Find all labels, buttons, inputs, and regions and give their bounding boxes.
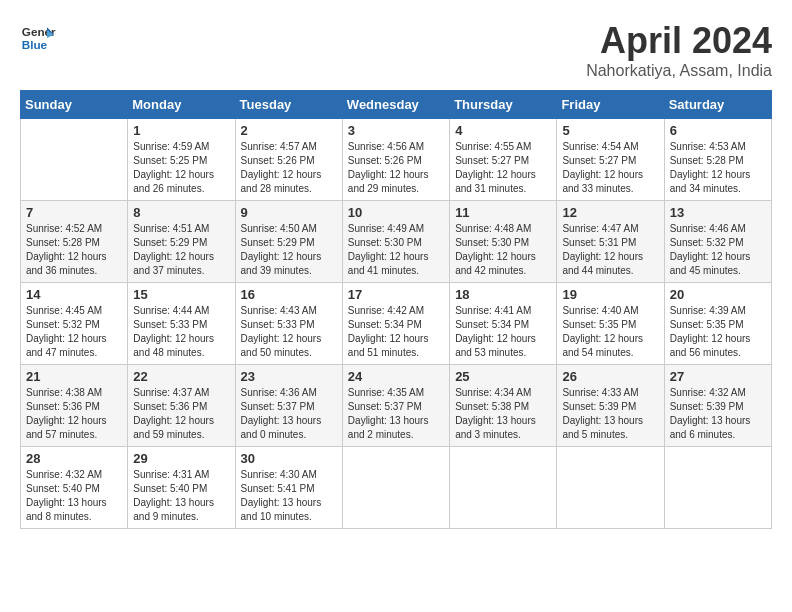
calendar-day-cell: 7Sunrise: 4:52 AM Sunset: 5:28 PM Daylig… <box>21 201 128 283</box>
day-info: Sunrise: 4:37 AM Sunset: 5:36 PM Dayligh… <box>133 386 229 442</box>
calendar-day-cell <box>21 119 128 201</box>
calendar-day-cell: 11Sunrise: 4:48 AM Sunset: 5:30 PM Dayli… <box>450 201 557 283</box>
day-number: 12 <box>562 205 658 220</box>
day-number: 20 <box>670 287 766 302</box>
calendar-day-cell: 28Sunrise: 4:32 AM Sunset: 5:40 PM Dayli… <box>21 447 128 529</box>
day-number: 28 <box>26 451 122 466</box>
calendar-day-cell: 27Sunrise: 4:32 AM Sunset: 5:39 PM Dayli… <box>664 365 771 447</box>
calendar-week-row: 1Sunrise: 4:59 AM Sunset: 5:25 PM Daylig… <box>21 119 772 201</box>
day-number: 25 <box>455 369 551 384</box>
day-info: Sunrise: 4:43 AM Sunset: 5:33 PM Dayligh… <box>241 304 337 360</box>
svg-text:Blue: Blue <box>22 38 48 51</box>
calendar-day-cell: 8Sunrise: 4:51 AM Sunset: 5:29 PM Daylig… <box>128 201 235 283</box>
day-number: 15 <box>133 287 229 302</box>
day-number: 9 <box>241 205 337 220</box>
day-info: Sunrise: 4:55 AM Sunset: 5:27 PM Dayligh… <box>455 140 551 196</box>
logo: General Blue <box>20 20 56 56</box>
day-number: 3 <box>348 123 444 138</box>
day-info: Sunrise: 4:47 AM Sunset: 5:31 PM Dayligh… <box>562 222 658 278</box>
weekday-header-cell: Saturday <box>664 91 771 119</box>
weekday-header-cell: Tuesday <box>235 91 342 119</box>
day-number: 26 <box>562 369 658 384</box>
day-info: Sunrise: 4:53 AM Sunset: 5:28 PM Dayligh… <box>670 140 766 196</box>
calendar-day-cell: 9Sunrise: 4:50 AM Sunset: 5:29 PM Daylig… <box>235 201 342 283</box>
day-info: Sunrise: 4:33 AM Sunset: 5:39 PM Dayligh… <box>562 386 658 442</box>
calendar-day-cell: 10Sunrise: 4:49 AM Sunset: 5:30 PM Dayli… <box>342 201 449 283</box>
day-info: Sunrise: 4:50 AM Sunset: 5:29 PM Dayligh… <box>241 222 337 278</box>
calendar-week-row: 7Sunrise: 4:52 AM Sunset: 5:28 PM Daylig… <box>21 201 772 283</box>
calendar-day-cell: 18Sunrise: 4:41 AM Sunset: 5:34 PM Dayli… <box>450 283 557 365</box>
calendar-week-row: 21Sunrise: 4:38 AM Sunset: 5:36 PM Dayli… <box>21 365 772 447</box>
month-title: April 2024 <box>586 20 772 62</box>
calendar-day-cell: 22Sunrise: 4:37 AM Sunset: 5:36 PM Dayli… <box>128 365 235 447</box>
day-info: Sunrise: 4:30 AM Sunset: 5:41 PM Dayligh… <box>241 468 337 524</box>
calendar-day-cell: 12Sunrise: 4:47 AM Sunset: 5:31 PM Dayli… <box>557 201 664 283</box>
calendar-day-cell: 30Sunrise: 4:30 AM Sunset: 5:41 PM Dayli… <box>235 447 342 529</box>
logo-icon: General Blue <box>20 20 56 56</box>
day-info: Sunrise: 4:34 AM Sunset: 5:38 PM Dayligh… <box>455 386 551 442</box>
calendar-day-cell: 23Sunrise: 4:36 AM Sunset: 5:37 PM Dayli… <box>235 365 342 447</box>
day-info: Sunrise: 4:51 AM Sunset: 5:29 PM Dayligh… <box>133 222 229 278</box>
calendar-day-cell: 20Sunrise: 4:39 AM Sunset: 5:35 PM Dayli… <box>664 283 771 365</box>
weekday-header-cell: Friday <box>557 91 664 119</box>
calendar-day-cell: 6Sunrise: 4:53 AM Sunset: 5:28 PM Daylig… <box>664 119 771 201</box>
day-number: 23 <box>241 369 337 384</box>
day-number: 13 <box>670 205 766 220</box>
calendar-day-cell: 2Sunrise: 4:57 AM Sunset: 5:26 PM Daylig… <box>235 119 342 201</box>
page-header: General Blue April 2024 Nahorkatiya, Ass… <box>20 20 772 80</box>
day-number: 11 <box>455 205 551 220</box>
day-number: 18 <box>455 287 551 302</box>
day-number: 7 <box>26 205 122 220</box>
day-number: 1 <box>133 123 229 138</box>
day-number: 21 <box>26 369 122 384</box>
calendar-day-cell: 17Sunrise: 4:42 AM Sunset: 5:34 PM Dayli… <box>342 283 449 365</box>
day-info: Sunrise: 4:59 AM Sunset: 5:25 PM Dayligh… <box>133 140 229 196</box>
day-info: Sunrise: 4:49 AM Sunset: 5:30 PM Dayligh… <box>348 222 444 278</box>
day-info: Sunrise: 4:39 AM Sunset: 5:35 PM Dayligh… <box>670 304 766 360</box>
day-info: Sunrise: 4:36 AM Sunset: 5:37 PM Dayligh… <box>241 386 337 442</box>
day-number: 24 <box>348 369 444 384</box>
calendar-day-cell <box>450 447 557 529</box>
calendar-table: SundayMondayTuesdayWednesdayThursdayFrid… <box>20 90 772 529</box>
calendar-day-cell <box>664 447 771 529</box>
day-number: 8 <box>133 205 229 220</box>
day-info: Sunrise: 4:52 AM Sunset: 5:28 PM Dayligh… <box>26 222 122 278</box>
day-info: Sunrise: 4:40 AM Sunset: 5:35 PM Dayligh… <box>562 304 658 360</box>
calendar-day-cell: 29Sunrise: 4:31 AM Sunset: 5:40 PM Dayli… <box>128 447 235 529</box>
weekday-header-cell: Wednesday <box>342 91 449 119</box>
calendar-day-cell: 25Sunrise: 4:34 AM Sunset: 5:38 PM Dayli… <box>450 365 557 447</box>
day-number: 30 <box>241 451 337 466</box>
location-subtitle: Nahorkatiya, Assam, India <box>586 62 772 80</box>
day-number: 22 <box>133 369 229 384</box>
calendar-day-cell: 4Sunrise: 4:55 AM Sunset: 5:27 PM Daylig… <box>450 119 557 201</box>
day-info: Sunrise: 4:35 AM Sunset: 5:37 PM Dayligh… <box>348 386 444 442</box>
calendar-day-cell: 3Sunrise: 4:56 AM Sunset: 5:26 PM Daylig… <box>342 119 449 201</box>
day-info: Sunrise: 4:48 AM Sunset: 5:30 PM Dayligh… <box>455 222 551 278</box>
weekday-header-cell: Thursday <box>450 91 557 119</box>
calendar-day-cell: 19Sunrise: 4:40 AM Sunset: 5:35 PM Dayli… <box>557 283 664 365</box>
day-number: 14 <box>26 287 122 302</box>
calendar-day-cell: 21Sunrise: 4:38 AM Sunset: 5:36 PM Dayli… <box>21 365 128 447</box>
day-info: Sunrise: 4:41 AM Sunset: 5:34 PM Dayligh… <box>455 304 551 360</box>
day-number: 19 <box>562 287 658 302</box>
calendar-day-cell <box>557 447 664 529</box>
calendar-day-cell: 5Sunrise: 4:54 AM Sunset: 5:27 PM Daylig… <box>557 119 664 201</box>
day-number: 16 <box>241 287 337 302</box>
calendar-day-cell <box>342 447 449 529</box>
calendar-day-cell: 16Sunrise: 4:43 AM Sunset: 5:33 PM Dayli… <box>235 283 342 365</box>
day-number: 29 <box>133 451 229 466</box>
calendar-day-cell: 15Sunrise: 4:44 AM Sunset: 5:33 PM Dayli… <box>128 283 235 365</box>
day-info: Sunrise: 4:54 AM Sunset: 5:27 PM Dayligh… <box>562 140 658 196</box>
calendar-day-cell: 14Sunrise: 4:45 AM Sunset: 5:32 PM Dayli… <box>21 283 128 365</box>
title-block: April 2024 Nahorkatiya, Assam, India <box>586 20 772 80</box>
calendar-day-cell: 26Sunrise: 4:33 AM Sunset: 5:39 PM Dayli… <box>557 365 664 447</box>
day-info: Sunrise: 4:44 AM Sunset: 5:33 PM Dayligh… <box>133 304 229 360</box>
day-info: Sunrise: 4:42 AM Sunset: 5:34 PM Dayligh… <box>348 304 444 360</box>
weekday-header-row: SundayMondayTuesdayWednesdayThursdayFrid… <box>21 91 772 119</box>
day-number: 4 <box>455 123 551 138</box>
day-info: Sunrise: 4:57 AM Sunset: 5:26 PM Dayligh… <box>241 140 337 196</box>
day-info: Sunrise: 4:56 AM Sunset: 5:26 PM Dayligh… <box>348 140 444 196</box>
weekday-header-cell: Sunday <box>21 91 128 119</box>
day-number: 2 <box>241 123 337 138</box>
calendar-week-row: 28Sunrise: 4:32 AM Sunset: 5:40 PM Dayli… <box>21 447 772 529</box>
